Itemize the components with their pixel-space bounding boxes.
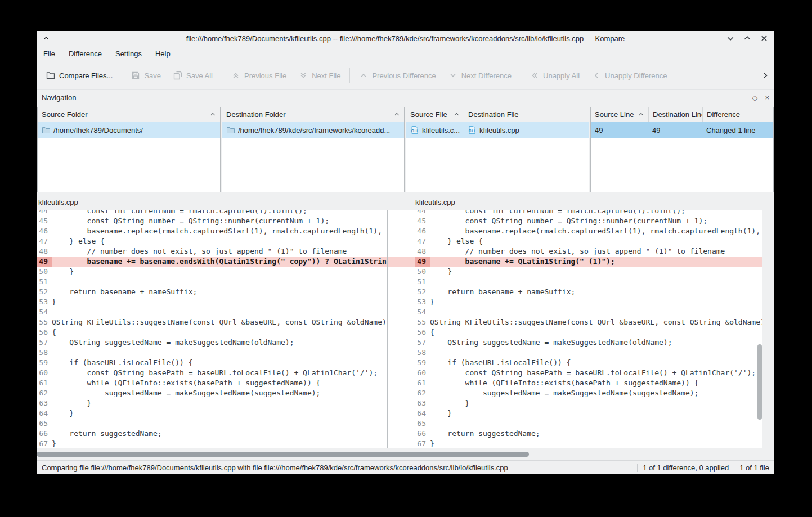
code-line-49[interactable]: 49 basename += QLatin1String(" (1)");	[415, 257, 762, 267]
code-line-54[interactable]: 54	[415, 307, 762, 317]
line-number: 62	[37, 388, 52, 398]
horizontal-scrollbar-thumb[interactable]	[37, 452, 529, 457]
previous-file-button[interactable]: Previous File	[225, 65, 293, 86]
code-line-50[interactable]: 50 }	[37, 267, 387, 277]
unapply-difference-button[interactable]: Unapply Difference	[586, 65, 673, 86]
destination-line-column-header[interactable]: Destination Line	[648, 107, 702, 122]
code-line-63[interactable]: 63 }	[415, 398, 762, 408]
code-line-60[interactable]: 60 const QString basePath = baseURL.toLo…	[415, 368, 762, 378]
code-line-45[interactable]: 45 const QString number = QString::numbe…	[37, 216, 387, 226]
line-number: 62	[415, 388, 430, 398]
code-line-67[interactable]: 67}	[37, 439, 387, 448]
titlebar[interactable]: file:///home/fhek789/Documents/kfileutil…	[37, 31, 774, 46]
code-line-52[interactable]: 52 return basename + nameSuffix;	[415, 287, 762, 297]
save-all-button[interactable]: Save All	[167, 65, 219, 86]
code-line-54[interactable]: 54	[37, 307, 387, 317]
source-folder-row[interactable]: /home/fhek789/Documents/	[38, 122, 220, 138]
navigation-dock-header: Navigation ◇ ×	[37, 89, 774, 105]
code-line-44[interactable]: 44 const int currentNum = rmatch.capture…	[415, 210, 762, 216]
code-line-59[interactable]: 59 if (baseURL.isLocalFile()) {	[415, 358, 762, 368]
minimize-button[interactable]	[726, 34, 734, 42]
code-line-46[interactable]: 46 basename.replace(rmatch.capturedStart…	[37, 226, 387, 236]
source-folder-value: /home/fhek789/Documents/	[53, 126, 143, 134]
shade-window-icon[interactable]	[43, 35, 50, 42]
cpp-file-icon: C++	[410, 125, 419, 134]
next-file-button[interactable]: Next File	[293, 65, 347, 86]
code-line-58[interactable]: 58	[415, 348, 762, 358]
close-button[interactable]	[760, 34, 768, 42]
code-line-51[interactable]: 51	[37, 277, 387, 287]
code-line-50[interactable]: 50 }	[415, 267, 762, 277]
menu-difference[interactable]: Difference	[69, 50, 102, 58]
code-line-57[interactable]: 57 QString suggestedName = makeSuggested…	[415, 338, 762, 348]
vertical-scrollbar-thumb[interactable]	[757, 344, 762, 420]
difference-row[interactable]: 49 49 Changed 1 line	[591, 122, 773, 138]
code-line-44[interactable]: 44 const int currentNum = rmatch.capture…	[37, 210, 387, 216]
code-line-52[interactable]: 52 return basename + nameSuffix;	[37, 287, 387, 297]
code-line-48[interactable]: 48 // number does not exist, so just app…	[37, 246, 387, 257]
code-line-49[interactable]: 49 basename += basename.endsWith(QLatin1…	[37, 257, 387, 267]
source-file-column-header[interactable]: Source File	[406, 107, 464, 122]
close-dock-icon[interactable]: ×	[765, 94, 769, 101]
difference-column-header[interactable]: Difference	[702, 107, 773, 122]
code-line-55[interactable]: 55QString KFileUtils::suggestName(const …	[415, 317, 762, 327]
code-line-53[interactable]: 53}	[37, 297, 387, 307]
line-number: 49	[415, 257, 430, 267]
sort-ascending-icon	[454, 113, 460, 116]
code-line-55[interactable]: 55QString KFileUtils::suggestName(const …	[37, 317, 387, 327]
code-line-56[interactable]: 56{	[37, 327, 387, 338]
menu-help[interactable]: Help	[155, 50, 171, 58]
list-header-row: Destination Folder	[222, 107, 404, 122]
float-dock-icon[interactable]: ◇	[752, 94, 757, 101]
code-line-60[interactable]: 60 const QString basePath = baseURL.toLo…	[37, 368, 387, 378]
destination-code-pane[interactable]: 44 const int currentNum = rmatch.capture…	[415, 210, 762, 448]
line-number: 48	[37, 246, 52, 257]
code-line-63[interactable]: 63 }	[37, 398, 387, 408]
code-line-64[interactable]: 64 }	[415, 408, 762, 419]
code-line-56[interactable]: 56{	[415, 327, 762, 338]
source-line-column-header[interactable]: Source Line	[591, 107, 648, 122]
unapply-all-button[interactable]: Unapply All	[524, 65, 586, 86]
code-line-47[interactable]: 47 } else {	[415, 236, 762, 246]
code-line-57[interactable]: 57 QString suggestedName = makeSuggested…	[37, 338, 387, 348]
code-line-65[interactable]: 65	[37, 419, 387, 429]
line-number: 56	[415, 327, 430, 338]
previous-difference-button[interactable]: Previous Difference	[353, 65, 442, 86]
destination-folder-cell: /home/fhek789/kde/src/frameworks/kcoread…	[222, 122, 404, 138]
code-line-47[interactable]: 47 } else {	[37, 236, 387, 246]
code-line-66[interactable]: 66 return suggestedName;	[415, 429, 762, 439]
code-line-48[interactable]: 48 // number does not exist, so just app…	[415, 246, 762, 257]
save-button[interactable]: Save	[125, 65, 167, 86]
button-label: Compare Files...	[59, 71, 113, 80]
code-line-64[interactable]: 64 }	[37, 408, 387, 419]
code-line-61[interactable]: 61 while (QFileInfo::exists(basePath + s…	[415, 378, 762, 388]
code-line-62[interactable]: 62 suggestedName = makeSuggestedName(sug…	[37, 388, 387, 398]
code-line-59[interactable]: 59 if (baseURL.isLocalFile()) {	[37, 358, 387, 368]
code-text	[52, 307, 387, 317]
code-line-62[interactable]: 62 suggestedName = makeSuggestedName(sug…	[415, 388, 762, 398]
code-line-45[interactable]: 45 const QString number = QString::numbe…	[415, 216, 762, 226]
code-line-61[interactable]: 61 while (QFileInfo::exists(basePath + s…	[37, 378, 387, 388]
vertical-scrollbar[interactable]	[757, 210, 762, 448]
source-folder-column-header[interactable]: Source Folder	[38, 107, 220, 122]
code-line-51[interactable]: 51	[415, 277, 762, 287]
destination-folder-row[interactable]: /home/fhek789/kde/src/frameworks/kcoread…	[222, 122, 404, 138]
files-row[interactable]: C++ kfileutils.c... C++ kfileutils.cpp	[406, 122, 589, 138]
compare-files-button[interactable]: Compare Files...	[40, 65, 119, 86]
menu-file[interactable]: File	[43, 50, 55, 58]
destination-file-column-header[interactable]: Destination File	[464, 107, 589, 122]
code-line-53[interactable]: 53}	[415, 297, 762, 307]
toolbar-overflow-button[interactable]	[760, 70, 771, 81]
code-line-46[interactable]: 46 basename.replace(rmatch.capturedStart…	[415, 226, 762, 236]
source-code-pane[interactable]: 44 const int currentNum = rmatch.capture…	[37, 210, 387, 448]
destination-folder-column-header[interactable]: Destination Folder	[222, 107, 404, 122]
code-line-65[interactable]: 65	[415, 419, 762, 429]
horizontal-scrollbar[interactable]	[37, 448, 762, 460]
line-number: 49	[37, 257, 52, 267]
code-line-66[interactable]: 66 return suggestedName;	[37, 429, 387, 439]
code-line-67[interactable]: 67}	[415, 439, 762, 448]
next-difference-button[interactable]: Next Difference	[442, 65, 518, 86]
code-line-58[interactable]: 58	[37, 348, 387, 358]
maximize-button[interactable]	[743, 34, 751, 42]
menu-settings[interactable]: Settings	[115, 50, 142, 58]
